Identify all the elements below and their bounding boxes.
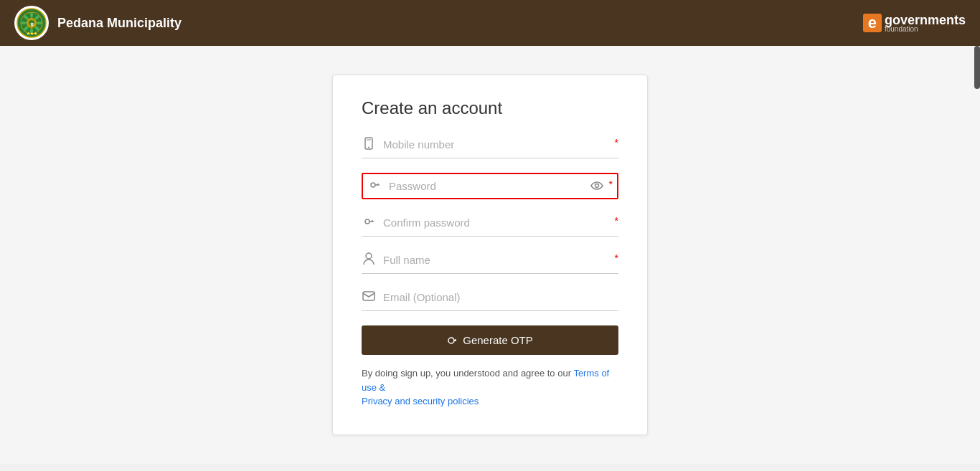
svg-point-11 (21, 22, 27, 24)
terms-prefix: By doing sign up, you understood and agr… (362, 368, 573, 379)
egovt-logo: e governments foundation (863, 13, 966, 33)
egovt-text-block: governments foundation (885, 13, 966, 33)
mobile-required: * (615, 137, 618, 148)
svg-point-21 (595, 184, 598, 187)
svg-text:✿: ✿ (30, 22, 34, 27)
terms-text: By doing sign up, you understood and agr… (362, 366, 618, 409)
registration-card: Create an account * (332, 75, 648, 435)
header-title: Pedana Municipality (57, 16, 182, 31)
svg-rect-27 (363, 292, 374, 300)
card-title: Create an account (362, 98, 618, 118)
footer: Powered by eGovernments Foundation (0, 464, 980, 472)
main-content: Create an account * (0, 46, 980, 464)
privacy-policy-link[interactable]: Privacy and security policies (362, 396, 479, 406)
password-field-container: * (362, 173, 618, 199)
otp-button-icon (447, 336, 457, 346)
email-field-container (362, 288, 618, 311)
logo-svg: ✿ ⭐⭐⭐ (17, 8, 47, 38)
mobile-field-container: * (362, 135, 618, 158)
svg-point-22 (365, 219, 369, 224)
email-icon (362, 291, 376, 304)
fullname-icon (362, 252, 376, 268)
egovt-foundation-text: foundation (885, 25, 966, 33)
svg-point-26 (366, 253, 372, 259)
fullname-input[interactable] (383, 251, 612, 269)
eye-icon[interactable] (590, 180, 603, 193)
fullname-required: * (615, 252, 618, 264)
confirm-password-required: * (615, 215, 618, 227)
scrollbar-indicator[interactable] (974, 46, 980, 89)
mobile-input[interactable] (383, 135, 612, 153)
header-left: ✿ ⭐⭐⭐ Pedana Municipality (14, 6, 182, 40)
confirm-password-icon (362, 216, 376, 230)
email-input[interactable] (383, 288, 618, 306)
confirm-password-field-container: * (362, 214, 618, 237)
password-icon (367, 179, 382, 194)
mobile-icon (362, 137, 376, 153)
header: ✿ ⭐⭐⭐ Pedana Municipality e governments … (0, 0, 980, 46)
svg-point-7 (37, 22, 42, 24)
confirm-password-input[interactable] (383, 214, 612, 232)
svg-point-5 (30, 12, 33, 18)
egovt-e-letter: e (863, 14, 882, 32)
municipality-logo: ✿ ⭐⭐⭐ (14, 6, 49, 40)
generate-otp-button[interactable]: Generate OTP (362, 325, 618, 355)
svg-point-17 (371, 183, 375, 187)
password-required: * (609, 179, 613, 190)
svg-point-15 (368, 146, 369, 148)
svg-point-28 (448, 338, 454, 343)
fullname-field-container: * (362, 251, 618, 274)
otp-button-label: Generate OTP (463, 334, 533, 346)
svg-text:⭐⭐⭐: ⭐⭐⭐ (27, 32, 37, 35)
password-input[interactable] (389, 177, 590, 195)
